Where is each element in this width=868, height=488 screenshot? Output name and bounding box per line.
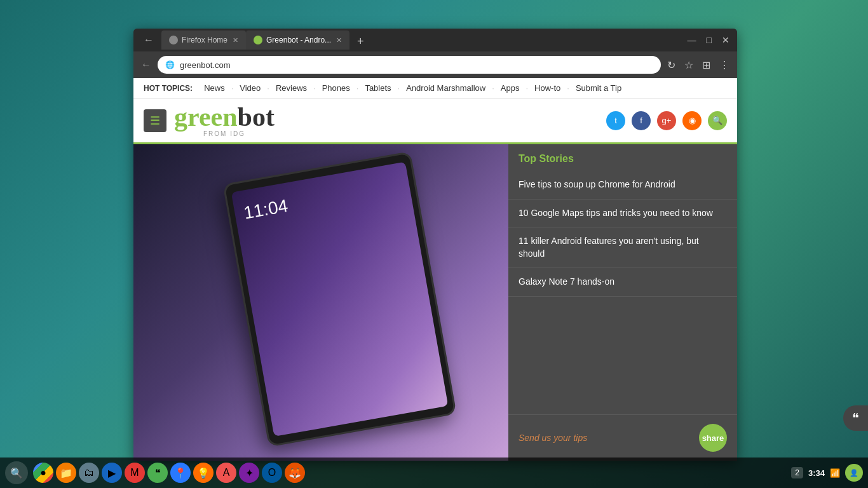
wifi-icon: 📶 xyxy=(830,468,840,478)
chat-bubble[interactable]: ❝ xyxy=(843,405,868,431)
bookmark-button[interactable]: ☆ xyxy=(682,57,696,74)
reload-button[interactable]: ↻ xyxy=(665,57,678,74)
tab-icon-greenbot xyxy=(254,36,262,44)
story-item-4[interactable]: Galaxy Note 7 hands-on xyxy=(508,268,737,297)
story-title-1: Five tips to soup up Chrome for Android xyxy=(519,179,727,191)
taskbar: 🔍 ● 📁 🗂 ▶ M ❝ 📍 💡 A ✦ O 🦊 2 3:34 📶 👤 xyxy=(0,458,868,488)
tips-footer: Send us your tips share xyxy=(508,414,737,461)
toolbar-actions: ↻ ☆ ⊞ ⋮ xyxy=(665,57,732,74)
back-nav-button[interactable]: ← xyxy=(139,57,154,73)
browser-toolbar: ← 🌐 greenbot.com ↻ ☆ ⊞ ⋮ xyxy=(133,51,737,78)
minimize-button[interactable]: — xyxy=(685,34,699,46)
social-icons: t f g+ ◉ 🔍 xyxy=(606,111,727,130)
maximize-button[interactable]: □ xyxy=(704,34,714,46)
taskbar-icons: ● 📁 🗂 ▶ M ❝ 📍 💡 A ✦ O 🦊 xyxy=(33,463,305,483)
taskbar-gmail[interactable]: M xyxy=(125,463,145,483)
page-content: HOT TOPICS: News · Video · Reviews · Pho… xyxy=(133,78,737,461)
tablet-display: 11:04 xyxy=(133,144,508,461)
search-icon: 🔍 xyxy=(10,467,23,479)
tab-label-greenbot: Greenbot - Andro... xyxy=(266,36,331,44)
taskbar-time: 3:34 xyxy=(808,468,825,478)
send-tips-text[interactable]: Send us your tips xyxy=(519,433,587,443)
window-controls: — □ ✕ xyxy=(685,34,732,46)
tablet-screen: 11:04 xyxy=(231,162,448,437)
taskbar-badge: 2 xyxy=(791,467,803,478)
story-item-3[interactable]: 11 killer Android features you aren't us… xyxy=(508,227,737,268)
taskbar-avatar[interactable]: 👤 xyxy=(845,464,863,482)
taskbar-search-button[interactable]: 🔍 xyxy=(5,461,28,484)
nav-item-reviews[interactable]: Reviews xyxy=(276,83,307,93)
twitter-icon[interactable]: t xyxy=(606,111,625,130)
nav-item-video[interactable]: Video xyxy=(240,83,261,93)
hot-topics-label: HOT TOPICS: xyxy=(144,84,193,93)
taskbar-store[interactable]: ▶ xyxy=(102,463,122,483)
taskbar-keep[interactable]: 💡 xyxy=(193,463,214,483)
address-bar[interactable]: 🌐 greenbot.com xyxy=(158,56,661,74)
taskbar-hangouts[interactable]: ❝ xyxy=(147,463,168,483)
new-tab-button[interactable]: + xyxy=(352,34,369,50)
nav-item-phones[interactable]: Phones xyxy=(322,83,350,93)
globe-icon: 🌐 xyxy=(165,60,175,69)
url-text: greenbot.com xyxy=(180,60,653,70)
story-title-2: 10 Google Maps tips and tricks you need … xyxy=(519,207,727,220)
taskbar-acrobat[interactable]: A xyxy=(216,463,236,483)
layers-button[interactable]: ⊞ xyxy=(700,57,713,74)
taskbar-right: 2 3:34 📶 👤 xyxy=(791,464,863,482)
back-button[interactable]: ← xyxy=(139,32,159,48)
tab-close-firefox[interactable]: ✕ xyxy=(233,36,238,44)
tab-firefox-home[interactable]: Firefox Home ✕ xyxy=(161,30,246,50)
taskbar-firefox[interactable]: 🦊 xyxy=(285,463,305,483)
site-header: ☰ greenbot FROM IDG t f g+ ◉ 🔍 xyxy=(133,98,737,144)
top-stories-header: Top Stories xyxy=(508,144,737,171)
taskbar-maps[interactable]: 📍 xyxy=(170,463,191,483)
nav-item-apps[interactable]: Apps xyxy=(501,83,520,93)
sidebar: Top Stories Five tips to soup up Chrome … xyxy=(508,144,737,461)
tab-bar: Firefox Home ✕ Greenbot - Andro... ✕ + xyxy=(161,30,685,50)
tab-icon-firefox xyxy=(169,36,178,44)
nav-item-howto[interactable]: How-to xyxy=(534,83,560,93)
logo-area: ☰ greenbot FROM IDG xyxy=(144,104,275,137)
story-item-1[interactable]: Five tips to soup up Chrome for Android xyxy=(508,171,737,200)
nav-item-tablets[interactable]: Tablets xyxy=(365,83,391,93)
close-button[interactable]: ✕ xyxy=(719,34,732,46)
search-icon[interactable]: 🔍 xyxy=(708,111,727,130)
logo-green-part: green xyxy=(174,102,238,132)
share-button[interactable]: share xyxy=(699,424,727,452)
tab-label-firefox: Firefox Home xyxy=(182,36,227,44)
tablet-device: 11:04 xyxy=(222,151,456,447)
rss-icon[interactable]: ◉ xyxy=(682,111,702,130)
taskbar-files2[interactable]: 🗂 xyxy=(79,463,99,483)
tablet-ui: 11:04 xyxy=(231,162,413,238)
facebook-icon[interactable]: f xyxy=(632,111,651,130)
story-title-3: 11 killer Android features you aren't us… xyxy=(519,235,727,260)
story-title-4: Galaxy Note 7 hands-on xyxy=(519,276,727,288)
site-logo[interactable]: greenbot FROM IDG xyxy=(174,104,275,137)
hero-image: 11:04 xyxy=(133,144,508,461)
story-item-2[interactable]: 10 Google Maps tips and tricks you need … xyxy=(508,200,737,228)
taskbar-butterfly[interactable]: ✦ xyxy=(239,463,259,483)
navigation-bar: HOT TOPICS: News · Video · Reviews · Pho… xyxy=(133,78,737,98)
logo-text: greenbot xyxy=(174,104,275,130)
main-content: 11:04 Top Stories Five tips to soup up C… xyxy=(133,144,737,461)
hamburger-menu[interactable]: ☰ xyxy=(144,109,166,132)
nav-item-android[interactable]: Android Marshmallow xyxy=(406,83,485,93)
logo-dark-part: bot xyxy=(238,102,275,132)
chat-icon: ❝ xyxy=(852,411,859,425)
nav-item-submit[interactable]: Submit a Tip xyxy=(576,83,621,93)
tablet-time: 11:04 xyxy=(242,176,402,224)
logo-subtitle: FROM IDG xyxy=(203,130,245,137)
nav-item-news[interactable]: News xyxy=(204,83,225,93)
tab-close-greenbot[interactable]: ✕ xyxy=(336,36,342,44)
menu-button[interactable]: ⋮ xyxy=(717,57,732,74)
taskbar-files[interactable]: 📁 xyxy=(56,463,76,483)
titlebar: ← Firefox Home ✕ Greenbot - Andro... ✕ +… xyxy=(133,29,737,51)
browser-window: ← Firefox Home ✕ Greenbot - Andro... ✕ +… xyxy=(133,29,737,461)
tab-greenbot[interactable]: Greenbot - Andro... ✕ xyxy=(246,30,349,50)
taskbar-chrome[interactable]: ● xyxy=(33,463,53,483)
taskbar-opera[interactable]: O xyxy=(262,463,282,483)
googleplus-icon[interactable]: g+ xyxy=(657,111,676,130)
